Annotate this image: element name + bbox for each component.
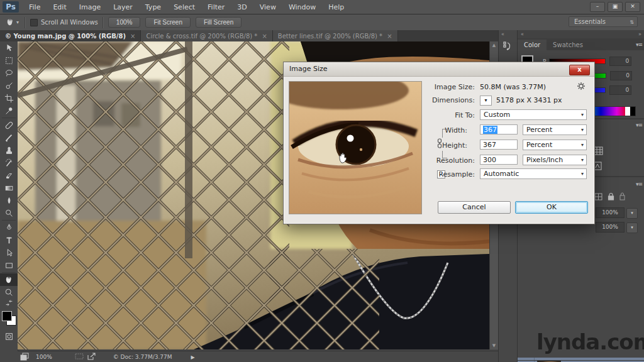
image-size-label: Image Size: xyxy=(423,83,475,91)
quick-mask-button[interactable] xyxy=(0,330,18,343)
zoom-100-button[interactable]: 100% xyxy=(108,17,141,28)
tab-better-lines[interactable]: Better lines.tif @ 200% (RGB/8) * × xyxy=(273,30,398,41)
blue-value-field[interactable]: 0 xyxy=(609,85,631,95)
quick-selection-tool[interactable] xyxy=(0,79,18,92)
cancel-button[interactable]: Cancel xyxy=(438,201,511,214)
ok-button[interactable]: OK xyxy=(515,201,588,214)
tab-swatches[interactable]: Swatches xyxy=(547,40,589,50)
crop-tool[interactable] xyxy=(0,92,18,104)
menu-layer[interactable]: Layer xyxy=(107,0,139,14)
eyedropper-tool[interactable] xyxy=(0,104,18,117)
tab-young-man[interactable]: © Young man.jpg @ 100% (RGB/8) × xyxy=(0,30,141,41)
height-input[interactable]: 367 xyxy=(480,140,518,150)
tab-color[interactable]: Color xyxy=(518,40,547,50)
document-size-status[interactable]: © Doc: 3.77M/3.77M xyxy=(113,354,172,360)
lock-position-icon[interactable] xyxy=(608,191,614,203)
hand-tool[interactable] xyxy=(0,273,18,286)
panel-menu-icon[interactable]: ▾≡ xyxy=(636,122,642,128)
opacity-dropdown-icon[interactable]: ▾ xyxy=(626,208,638,219)
foreground-color-swatch[interactable] xyxy=(2,311,12,321)
path-selection-tool[interactable] xyxy=(0,246,18,259)
width-unit-select[interactable]: Percent ▾ xyxy=(523,124,587,135)
menu-edit[interactable]: Edit xyxy=(47,0,72,14)
menu-bar: Ps File Edit Image Layer Type Select Fil… xyxy=(0,0,644,14)
close-button[interactable]: ✕ xyxy=(625,2,640,12)
type-tool[interactable] xyxy=(0,234,18,246)
lasso-tool[interactable] xyxy=(0,67,18,79)
mini-bridge-icon[interactable] xyxy=(20,353,30,362)
swap-colors-icon[interactable] xyxy=(0,299,18,307)
fit-screen-button[interactable]: Fit Screen xyxy=(145,17,191,28)
menu-window[interactable]: Window xyxy=(282,0,322,14)
opacity-value[interactable]: 100% xyxy=(596,207,625,218)
image-preview[interactable] xyxy=(289,81,422,214)
gradient-tool[interactable] xyxy=(0,182,18,194)
menu-select[interactable]: Select xyxy=(167,0,201,14)
blur-tool[interactable] xyxy=(0,194,18,207)
healing-brush-tool[interactable] xyxy=(0,119,18,131)
scroll-all-windows-checkbox[interactable] xyxy=(30,19,38,26)
pen-tool[interactable] xyxy=(0,221,18,234)
green-value-field[interactable]: 0 xyxy=(610,71,632,80)
menu-type[interactable]: Type xyxy=(139,0,167,14)
resolution-input[interactable]: 300 xyxy=(480,155,518,165)
history-panel-icon[interactable] xyxy=(502,40,513,54)
statusbar-zoom-level[interactable]: 100% xyxy=(36,354,52,360)
menu-view[interactable]: View xyxy=(253,0,282,14)
menu-filter[interactable]: Filter xyxy=(201,0,231,14)
scroll-down-icon[interactable]: ▼ xyxy=(490,342,498,349)
collapse-right-icon[interactable]: » xyxy=(638,31,641,37)
zoom-tool[interactable] xyxy=(0,286,18,299)
dodge-tool[interactable] xyxy=(0,207,18,219)
fill-value[interactable]: 100% xyxy=(596,222,625,233)
menu-3d[interactable]: 3D xyxy=(231,0,253,14)
clone-stamp-tool[interactable] xyxy=(0,144,18,156)
tab-close-icon[interactable]: × xyxy=(130,33,135,40)
brush-tool[interactable] xyxy=(0,131,18,144)
tab-circle-cross[interactable]: Circle & cross.tif @ 200% (RGB/8) * × xyxy=(141,30,272,41)
history-brush-tool[interactable] xyxy=(0,156,18,169)
width-input[interactable]: 367 xyxy=(480,124,518,134)
layers-menu-icon[interactable]: ▾≡ xyxy=(636,181,642,187)
resample-select[interactable]: Automatic ▾ xyxy=(480,168,587,179)
shape-tool[interactable] xyxy=(0,259,18,272)
tab-close-icon[interactable]: × xyxy=(262,33,267,40)
dialog-title: Image Size xyxy=(289,65,328,73)
divider xyxy=(2,220,16,221)
panel-menu-icon[interactable]: ▾≡ xyxy=(636,41,642,48)
height-unit-select[interactable]: Percent ▾ xyxy=(523,140,587,150)
collapse-dock-icon[interactable]: « xyxy=(501,31,504,37)
share-icon[interactable] xyxy=(87,353,96,361)
eraser-tool[interactable] xyxy=(0,169,18,182)
restore-button[interactable]: ▣ xyxy=(608,2,623,12)
workspace-switcher[interactable]: Essentials ⇅ xyxy=(569,16,638,27)
black-chip[interactable] xyxy=(630,107,635,116)
lock-transparent-icon[interactable] xyxy=(594,191,602,203)
tab-close-icon[interactable]: × xyxy=(387,33,392,40)
dimensions-dropdown-icon[interactable]: ▾ xyxy=(480,96,492,106)
menu-help[interactable]: Help xyxy=(322,0,350,14)
lock-all-icon[interactable] xyxy=(619,191,625,203)
dialog-close-button[interactable]: x xyxy=(569,65,590,75)
resolution-unit-select[interactable]: Pixels/Inch ▾ xyxy=(523,155,587,165)
document-tab-bar: © Young man.jpg @ 100% (RGB/8) × Circle … xyxy=(0,30,498,41)
fill-dropdown-icon[interactable]: ▾ xyxy=(626,222,638,233)
white-chip[interactable] xyxy=(625,107,630,116)
collapse-left-icon[interactable]: « xyxy=(521,31,524,37)
menu-file[interactable]: File xyxy=(23,0,47,14)
minimize-button[interactable]: – xyxy=(590,2,605,12)
fit-to-select[interactable]: Custom ▾ xyxy=(480,109,587,120)
move-tool[interactable] xyxy=(0,41,18,54)
tool-preset-caret-icon[interactable]: ▾ xyxy=(16,19,19,25)
menu-image[interactable]: Image xyxy=(73,0,107,14)
scroll-up-icon[interactable]: ▲ xyxy=(490,41,498,49)
width-unit: Percent xyxy=(526,126,552,134)
tools-panel xyxy=(0,41,18,351)
fill-screen-button[interactable]: Fill Screen xyxy=(196,17,242,28)
red-value-field[interactable]: 0 xyxy=(609,57,631,66)
status-play-icon[interactable]: ▶ xyxy=(191,354,195,360)
marquee-tool[interactable] xyxy=(0,54,18,67)
dialog-title-bar[interactable]: Image Size xyxy=(284,62,594,77)
dialog-gear-icon[interactable] xyxy=(577,82,586,92)
window-controls: – ▣ ✕ xyxy=(590,2,640,12)
